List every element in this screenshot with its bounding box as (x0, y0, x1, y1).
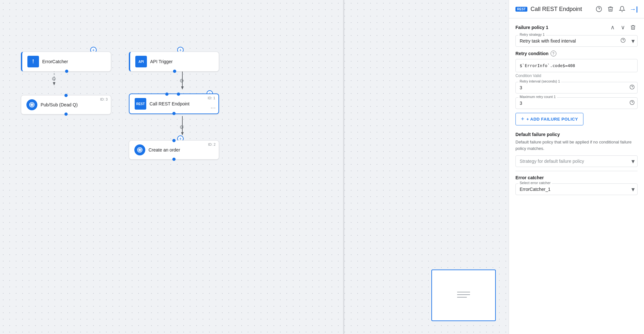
retry-strategy-value: Retry task with fixed interval (520, 38, 585, 44)
max-retry-help-icon[interactable] (630, 100, 635, 106)
right-panel: REST Call REST Endpoint →| Failure polic… (509, 0, 644, 334)
create-order-icon (134, 144, 145, 155)
add-failure-policy-button[interactable]: + + ADD FAILURE POLICY (515, 113, 583, 125)
panel-header: REST Call REST Endpoint →| (509, 0, 644, 18)
svg-point-9 (139, 149, 141, 151)
svg-point-6 (31, 104, 33, 106)
gear-icon-2[interactable]: ⚙ (178, 77, 186, 84)
gear-icon-1[interactable]: ⚙ (50, 75, 58, 83)
delete-icon[interactable] (607, 5, 614, 13)
call-rest-more-menu[interactable]: ··· (211, 105, 216, 111)
select-error-catcher-field[interactable]: Select error catcher ErrorCatcher_1 ▾ (515, 183, 638, 195)
retry-strategy-dropdown-icon: ▾ (631, 37, 635, 45)
rest-icon: REST (135, 98, 146, 110)
mini-map-icon (456, 288, 471, 302)
connector-dot-order-top (172, 139, 176, 142)
errorcatcher-label: ErrorCatcher (42, 59, 68, 64)
default-strategy-dropdown-icon: ▾ (631, 157, 635, 165)
errorcatcher-icon: ! (27, 56, 39, 67)
retry-strategy-label: Retry strategy 1 (518, 33, 546, 36)
connector-dot-rest-top-left (165, 93, 168, 96)
panel-divider (343, 0, 344, 334)
svg-marker-3 (181, 86, 184, 90)
connector-dot-order-bottom (172, 158, 176, 161)
mini-map (431, 270, 496, 321)
create-order-id: ID: 2 (208, 142, 216, 146)
connector-dot-errorcatcher-bottom (65, 70, 68, 73)
collapse-down-btn[interactable]: ∨ (618, 23, 627, 32)
failure-policy-title: Failure policy 1 (515, 25, 548, 30)
connector-dot-pubsub-bottom (64, 113, 68, 116)
panel-title: Call REST Endpoint (531, 6, 592, 13)
retry-interval-help-icon[interactable] (630, 84, 635, 91)
pubsub-label: Pub/Sub (Dead Q) (41, 102, 78, 107)
api-trigger-icon: API (135, 56, 147, 67)
max-retry-value: 3 (520, 101, 522, 106)
pubsub-id: ID: 3 (100, 97, 108, 101)
retry-interval-value: 3 (520, 85, 522, 90)
node-api-trigger[interactable]: API API Trigger (129, 52, 219, 72)
default-policy-title: Default failure policy (515, 132, 638, 137)
svg-marker-5 (181, 132, 184, 135)
collapse-panel-icon[interactable]: →| (630, 5, 638, 13)
add-failure-policy-label: + ADD FAILURE POLICY (526, 117, 578, 122)
default-strategy-field[interactable]: Strategy for default failure policy ▾ (515, 155, 638, 167)
delete-policy-btn[interactable] (629, 23, 638, 32)
retry-interval-label: Retry interval (seconds) 1 (518, 79, 561, 83)
select-error-catcher-value: ErrorCatcher_1 (520, 187, 560, 192)
node-call-rest[interactable]: REST Call REST Endpoint ID: 1 ··· (129, 93, 219, 114)
bell-icon[interactable] (618, 5, 626, 13)
max-retry-label: Maximum retry count 1 (518, 95, 557, 99)
create-order-label: Create an order (149, 147, 180, 152)
condition-valid-text: Condition Valid (515, 74, 638, 78)
node-create-order[interactable]: Create an order ID: 2 (129, 140, 219, 160)
section-controls: ∧ ∨ (608, 23, 638, 32)
connector-dot-rest-top-right (177, 93, 180, 96)
node-errorcatcher[interactable]: ! ErrorCatcher (21, 52, 111, 72)
retry-condition-help-icon[interactable]: ? (551, 51, 556, 56)
retry-condition-row: Retry condition ? (515, 51, 638, 56)
workflow-canvas[interactable]: ⚙ ⚙ ⚙ + + + + ! ErrorCatcher Pub/Sub (De… (0, 0, 509, 334)
select-error-catcher-label: Select error catcher (518, 181, 552, 185)
connector-dot-api-bottom (173, 70, 176, 73)
default-strategy-placeholder: Strategy for default failure policy (520, 159, 594, 164)
connector-dot-rest-bottom (172, 112, 176, 115)
max-retry-field[interactable]: Maximum retry count 1 3 (515, 97, 638, 109)
svg-marker-1 (53, 82, 55, 85)
pubsub-icon (26, 99, 37, 110)
add-failure-policy-plus: + (521, 116, 524, 123)
retry-condition-label: Retry condition (515, 51, 549, 56)
gear-icon-3[interactable]: ⚙ (178, 123, 186, 131)
panel-header-icons: →| (595, 5, 638, 13)
panel-rest-badge: REST (515, 7, 527, 12)
call-rest-id: ID: 1 (208, 96, 215, 100)
retry-strategy-field[interactable]: Retry strategy 1 Retry task with fixed i… (515, 35, 638, 47)
retry-interval-field[interactable]: Retry interval (seconds) 1 3 (515, 82, 638, 93)
node-pubsub[interactable]: Pub/Sub (Dead Q) ID: 3 (21, 95, 111, 114)
retry-condition-expr[interactable]: $`ErrorInfo`.code$=408 (515, 59, 638, 72)
panel-body: Failure policy 1 ∧ ∨ Retry strategy 1 Re… (509, 18, 644, 205)
error-catcher-dropdown-icon: ▾ (631, 185, 635, 193)
retry-strategy-help-icon[interactable] (620, 38, 626, 44)
connector-dot-pubsub-top (64, 94, 68, 97)
help-icon[interactable] (595, 5, 603, 13)
default-policy-desc: Default failure policy that will be appl… (515, 139, 638, 152)
error-catcher-title: Error catcher (515, 175, 638, 180)
divider (515, 171, 638, 171)
collapse-up-btn[interactable]: ∧ (608, 23, 617, 32)
api-trigger-label: API Trigger (150, 59, 173, 64)
call-rest-label: Call REST Endpoint (149, 101, 189, 106)
